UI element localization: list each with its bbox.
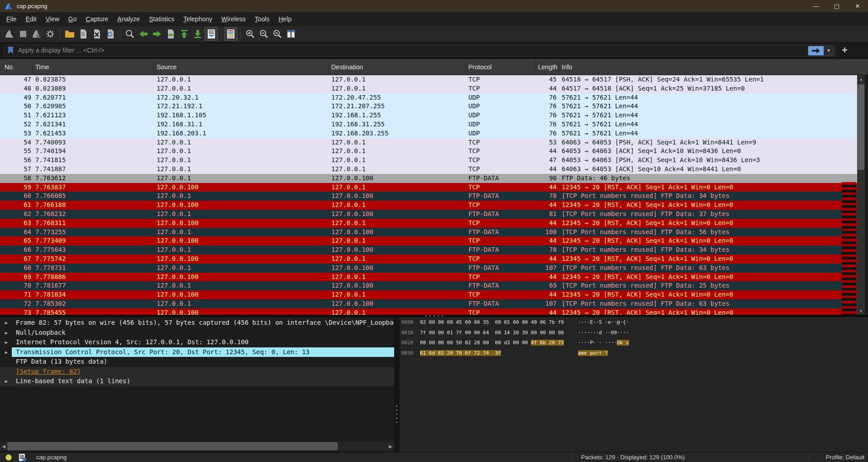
detail-row-5[interactable]: [Setup frame: 82] — [0, 367, 394, 377]
apply-filter-button[interactable] — [808, 46, 824, 55]
hscrollbar-thumb[interactable] — [7, 442, 338, 450]
packet-minimap[interactable] — [842, 182, 856, 315]
column-header-destination[interactable]: Destination — [331, 59, 363, 75]
hex-ascii[interactable]: ame port ? — [578, 348, 608, 359]
filter-history-chevron-icon[interactable]: ▼ — [824, 46, 834, 55]
filter-bookmark-icon[interactable] — [8, 47, 14, 54]
hex-ascii[interactable]: ····P· · ····Ok s — [578, 338, 629, 348]
packet-row-58[interactable]: 587.763612127.0.0.1127.0.0.100FTP-DATA90… — [0, 174, 857, 183]
packet-row-59[interactable]: 597.763837127.0.0.100127.0.0.1TCP4412345… — [0, 183, 857, 192]
go-forward-icon[interactable] — [150, 27, 164, 41]
column-header-time[interactable]: Time — [35, 59, 49, 75]
packet-row-71[interactable]: 717.781834127.0.0.100127.0.0.1TCP4412345… — [0, 290, 857, 299]
splitter-handle[interactable] — [396, 405, 397, 426]
packet-row-57[interactable]: 577.741887127.0.0.1127.0.0.1TCP4464063 →… — [0, 165, 857, 174]
menu-capture[interactable]: Capture — [81, 12, 113, 26]
close-file-icon[interactable] — [90, 27, 104, 41]
menu-go[interactable]: Go — [64, 12, 81, 26]
go-back-icon[interactable] — [137, 27, 150, 41]
hex-bytes[interactable]: 61 6d 65 20 70 6f 72 74 3f — [420, 348, 569, 359]
vscrollbar-thumb[interactable] — [858, 84, 864, 170]
detail-row-1[interactable]: ▶Null/Loopback — [0, 328, 394, 338]
menu-analyze[interactable]: Analyze — [113, 12, 144, 26]
packet-row-68[interactable]: 687.778731127.0.0.1127.0.0.100FTP-DATA10… — [0, 264, 857, 273]
packet-row-63[interactable]: 637.768311127.0.0.100127.0.0.1TCP4412345… — [0, 219, 857, 228]
hex-bytes[interactable]: 7f 00 00 01 7f 00 00 64 00 14 30 39 00 0… — [420, 328, 569, 338]
expand-arrow-icon[interactable]: ▶ — [5, 318, 8, 328]
restart-capture-icon[interactable] — [30, 27, 43, 41]
expand-arrow-icon[interactable]: ▶ — [5, 376, 8, 386]
capture-options-icon[interactable] — [43, 27, 57, 41]
menu-telephony[interactable]: Telephony — [179, 12, 217, 26]
packet-row-73[interactable]: 737.785455127.0.0.100127.0.0.1TCP4412345… — [0, 308, 857, 315]
reload-file-icon[interactable] — [104, 27, 117, 41]
scroll-up-arrow-icon[interactable]: ▲ — [857, 75, 865, 83]
detail-row-4[interactable]: FTP Data (13 bytes data) — [0, 357, 394, 367]
scroll-left-arrow-icon[interactable]: ◀ — [0, 442, 7, 451]
capture-comment-icon[interactable] — [19, 454, 25, 461]
column-header-source[interactable]: Source — [157, 59, 176, 75]
packet-row-61[interactable]: 617.766188127.0.0.100127.0.0.1TCP4412345… — [0, 201, 857, 210]
auto-scroll-icon[interactable] — [205, 27, 218, 41]
expand-arrow-icon[interactable]: ▶ — [5, 337, 8, 347]
expand-arrow-icon[interactable]: ▶ — [5, 347, 8, 357]
hex-bytes[interactable]: 00 00 00 00 50 02 20 00 08 d3 00 00 4f 6… — [420, 338, 569, 348]
go-to-bottom-icon[interactable] — [191, 27, 205, 41]
menu-file[interactable]: File — [2, 12, 21, 26]
packet-row-49[interactable]: 497.620771172.20.32.1172.20.47.255UDP765… — [0, 93, 857, 102]
open-file-icon[interactable] — [63, 27, 76, 41]
hex-line-0020[interactable]: 002000 00 00 00 50 02 20 00 08 d3 00 00 … — [401, 338, 629, 348]
scroll-right-arrow-icon[interactable]: ▶ — [387, 442, 394, 451]
hex-ascii[interactable]: ····E··5 ·e··@·{· — [578, 318, 629, 328]
column-header-length[interactable]: Length — [538, 59, 558, 75]
menu-edit[interactable]: Edit — [21, 12, 41, 26]
zoom-out-icon[interactable] — [257, 27, 271, 41]
packet-row-64[interactable]: 647.773255127.0.0.1127.0.0.100FTP-DATA10… — [0, 228, 857, 237]
detail-row-2[interactable]: ▶Internet Protocol Version 4, Src: 127.0… — [0, 337, 394, 347]
expand-arrow-icon[interactable]: ▶ — [5, 328, 8, 338]
detail-hscrollbar[interactable]: ◀ ▶ — [0, 442, 394, 451]
packet-row-69[interactable]: 697.778886127.0.0.100127.0.0.1TCP4412345… — [0, 273, 857, 282]
packet-list-vscrollbar[interactable]: ▲ ▼ — [857, 75, 865, 315]
display-filter-input[interactable]: Apply a display filter ... <Ctrl-/> ▼ — [4, 44, 836, 57]
colorize-packets-icon[interactable] — [224, 27, 238, 41]
zoom-original-icon[interactable] — [271, 27, 284, 41]
detail-row-6[interactable]: ▶Line-based text data (1 lines) — [0, 376, 394, 386]
resize-columns-icon[interactable] — [284, 27, 298, 41]
menu-view[interactable]: View — [41, 12, 64, 26]
scroll-down-arrow-icon[interactable]: ▼ — [857, 307, 865, 315]
column-header-no[interactable]: No. — [5, 59, 14, 75]
splitter-handle[interactable] — [425, 315, 443, 317]
expert-info-icon[interactable] — [5, 454, 12, 461]
zoom-in-icon[interactable] — [243, 27, 257, 41]
add-filter-button[interactable]: + — [842, 45, 848, 55]
detail-row-0[interactable]: ▶Frame 82: 57 bytes on wire (456 bits), … — [0, 318, 394, 328]
hex-line-0030[interactable]: 003061 6d 65 20 70 6f 72 74 3fame port ? — [401, 348, 629, 359]
hex-line-0000[interactable]: 000002 00 00 00 45 00 00 35 00 65 00 00 … — [401, 318, 629, 328]
packet-row-47[interactable]: 470.023875127.0.0.1127.0.0.1TCP4564518 →… — [0, 75, 857, 84]
packet-row-51[interactable]: 517.621123192.168.1.105192.168.1.255UDP7… — [0, 111, 857, 120]
packet-row-48[interactable]: 480.023889127.0.0.1127.0.0.1TCP4464517 →… — [0, 84, 857, 93]
find-packet-icon[interactable] — [123, 27, 137, 41]
packet-row-62[interactable]: 627.768232127.0.0.1127.0.0.100FTP-DATA81… — [0, 210, 857, 219]
packet-row-72[interactable]: 727.785302127.0.0.1127.0.0.100FTP-DATA10… — [0, 299, 857, 308]
packet-row-56[interactable]: 567.741815127.0.0.1127.0.0.1TCP4764053 →… — [0, 156, 857, 165]
maximize-button[interactable]: ▢ — [826, 0, 847, 12]
packet-row-52[interactable]: 527.621341192.168.31.1192.168.31.255UDP7… — [0, 120, 857, 129]
packet-row-66[interactable]: 667.775643127.0.0.1127.0.0.100FTP-DATA78… — [0, 245, 857, 255]
menu-help[interactable]: Help — [274, 12, 296, 26]
packet-row-65[interactable]: 657.773409127.0.0.100127.0.0.1TCP4412345… — [0, 236, 857, 245]
status-profile[interactable]: Profile: Default — [826, 454, 864, 461]
minimize-button[interactable]: — — [806, 0, 826, 12]
packet-row-67[interactable]: 677.775742127.0.0.100127.0.0.1TCP4412345… — [0, 255, 857, 264]
start-capture-icon[interactable] — [3, 27, 16, 41]
packet-row-53[interactable]: 537.621453192.168.203.1192.168.203.255UD… — [0, 129, 857, 138]
hex-bytes[interactable]: 02 00 00 00 45 00 00 35 00 65 00 00 40 0… — [420, 318, 569, 328]
column-header-protocol[interactable]: Protocol — [468, 59, 491, 75]
save-file-icon[interactable] — [76, 27, 90, 41]
menu-tools[interactable]: Tools — [250, 12, 274, 26]
go-to-packet-icon[interactable] — [164, 27, 177, 41]
menu-wireless[interactable]: Wireless — [217, 12, 250, 26]
go-to-top-icon[interactable] — [177, 27, 191, 41]
stop-capture-icon[interactable] — [16, 27, 30, 41]
